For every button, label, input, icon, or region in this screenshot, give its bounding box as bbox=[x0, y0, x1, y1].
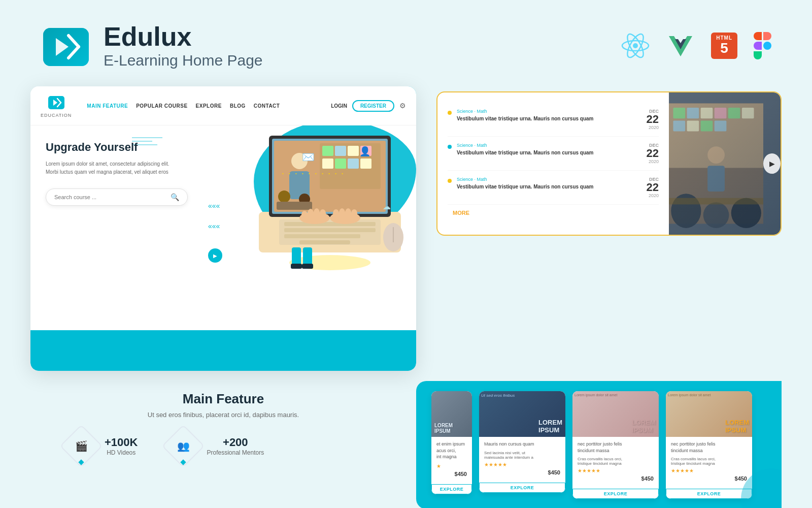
course-price-row-3: $450 bbox=[578, 475, 654, 482]
svg-rect-51 bbox=[292, 247, 301, 265]
browser-mockup: EDUCATION MAIN FEATURE POPULAR COURSE EX… bbox=[30, 86, 416, 371]
explore-button-3[interactable]: EXPLORE bbox=[572, 489, 659, 499]
stat-mentors: 👥 +200 Professional Mentors bbox=[168, 431, 264, 461]
course-card-4: Lorem ipsum dolor sit amet LOREMIPSUM ne… bbox=[666, 391, 752, 499]
course-badge-3: LOREMIPSUM bbox=[632, 419, 656, 434]
course-price-3: $450 bbox=[641, 475, 654, 482]
course-subdesc-2: Sed lacinia nisi velit, utmalesuada ante… bbox=[484, 451, 560, 460]
course-stars-2: ★★★★★ bbox=[484, 462, 560, 467]
search-icon[interactable]: 🔍 bbox=[171, 193, 179, 201]
course-label-2: Ut sed eros finibus bbox=[481, 393, 563, 398]
search-bar[interactable]: 🔍 bbox=[46, 188, 188, 206]
svg-rect-21 bbox=[335, 146, 346, 156]
news-title: Vestibulum vitae tristique urna. Mauris … bbox=[457, 149, 628, 156]
chevron-left-icon: ««« bbox=[208, 202, 220, 210]
video-icon: 🎬 bbox=[75, 440, 88, 452]
course-card-body-1: et enim ipsumacus orci,int magna ★ $450 bbox=[431, 437, 472, 481]
browser-nav: EDUCATION MAIN FEATURE POPULAR COURSE EX… bbox=[30, 86, 416, 125]
news-more-link[interactable]: MORE bbox=[448, 205, 659, 216]
course-price-4: $450 bbox=[735, 475, 747, 482]
svg-point-49 bbox=[351, 209, 357, 217]
envelope-icon: ✉️ bbox=[302, 151, 315, 163]
course-price-row-4: $450 bbox=[671, 475, 747, 482]
dots-decoration: • • • • • • • • • • bbox=[282, 171, 345, 176]
svg-point-47 bbox=[339, 208, 345, 217]
course-price-row-2: $450 bbox=[484, 469, 560, 475]
svg-point-45 bbox=[320, 209, 326, 217]
news-list: Science · Math Vestibulum vitae tristiqu… bbox=[437, 92, 669, 235]
news-date: DEC 22 2020 bbox=[633, 143, 659, 164]
course-stars-1: ★ bbox=[436, 463, 467, 469]
course-card-body-3: nec porttitor justo felistincidunt massa… bbox=[572, 437, 659, 486]
svg-rect-26 bbox=[348, 158, 359, 169]
figma-icon bbox=[754, 32, 771, 59]
svg-rect-54 bbox=[302, 264, 313, 269]
svg-point-44 bbox=[314, 208, 320, 217]
hero-content: Upgrade Yourself Lorem ipsum dolor sit a… bbox=[46, 141, 218, 206]
news-thumbnail: ▶ bbox=[669, 92, 781, 235]
svg-point-5 bbox=[633, 43, 638, 48]
course-card-partial: LOREMIPSUM et enim ipsumacus orci,int ma… bbox=[431, 391, 472, 494]
svg-rect-37 bbox=[299, 240, 350, 244]
react-icon bbox=[620, 30, 651, 61]
svg-point-43 bbox=[308, 209, 314, 218]
course-price-1: $450 bbox=[455, 471, 467, 477]
course-stars-3: ★★★★★ bbox=[578, 468, 654, 473]
stat-number: +100K bbox=[105, 436, 138, 449]
right-panel: Science · Math Vestibulum vitae tristiqu… bbox=[416, 86, 782, 371]
course-card-body-4: nec porttitor justo felistincidunt massa… bbox=[666, 437, 752, 486]
cloud-icon: ☁ bbox=[383, 202, 391, 211]
svg-rect-27 bbox=[360, 158, 371, 169]
explore-button-1[interactable]: EXPLORE bbox=[431, 484, 472, 494]
hero-body: Lorem ipsum dolor sit amet, consectetur … bbox=[46, 160, 218, 176]
nav-actions: LOGIN REGISTER ⚙ bbox=[331, 100, 406, 112]
main-feature-title: Main Feature bbox=[51, 391, 396, 407]
brand-area: Edulux E-Learning Home Page bbox=[41, 20, 263, 71]
stat-text-2: +200 Professional Mentors bbox=[207, 436, 264, 456]
nav-blog[interactable]: BLOG bbox=[230, 103, 246, 109]
nav-popular-course[interactable]: POPULAR COURSE bbox=[136, 103, 187, 109]
hero-illustration: ✉️ 👤 • • • • • • • • • • ☁ ««« ««« bbox=[203, 120, 416, 303]
brand-subtitle: E-Learning Home Page bbox=[104, 52, 263, 69]
course-cards-section: LOREMIPSUM et enim ipsumacus orci,int ma… bbox=[416, 381, 782, 508]
news-content: Science · Math Vestibulum vitae tristiqu… bbox=[457, 109, 628, 122]
main-content: EDUCATION MAIN FEATURE POPULAR COURSE EX… bbox=[0, 81, 812, 371]
svg-rect-53 bbox=[291, 264, 302, 269]
news-category: Science · Math bbox=[457, 177, 628, 182]
nav-contact[interactable]: CONTACT bbox=[254, 103, 280, 109]
bottom-section: Main Feature Ut sed eros finibus, placer… bbox=[0, 381, 812, 508]
course-desc-4: nec porttitor justo felistincidunt massa bbox=[671, 441, 747, 454]
course-card-3: Lorem ipsum dolor sit amet LOREMIPSUM ne… bbox=[572, 391, 659, 499]
stat-number-2: +200 bbox=[207, 436, 264, 449]
news-date: DEC 22 2020 bbox=[633, 109, 659, 130]
course-desc-3: nec porttitor justo felistincidunt massa bbox=[578, 441, 654, 454]
register-button[interactable]: REGISTER bbox=[352, 100, 394, 112]
nav-explore[interactable]: EXPLORE bbox=[196, 103, 222, 109]
news-title: Vestibulum vitae tristique urna. Mauris … bbox=[457, 183, 628, 190]
news-dot-icon bbox=[448, 111, 452, 115]
explore-button-4[interactable]: EXPLORE bbox=[666, 489, 752, 499]
nav-main-feature[interactable]: MAIN FEATURE bbox=[87, 103, 128, 109]
login-button[interactable]: LOGIN bbox=[331, 103, 347, 109]
search-input[interactable] bbox=[54, 194, 166, 200]
settings-icon[interactable]: ⚙ bbox=[399, 102, 406, 110]
svg-rect-36 bbox=[284, 234, 360, 238]
svg-point-30 bbox=[278, 190, 290, 203]
browser-hero: Upgrade Yourself Lorem ipsum dolor sit a… bbox=[30, 125, 416, 329]
browser-bottom-teal bbox=[30, 330, 416, 371]
news-content: Science · Math Vestibulum vitae tristiqu… bbox=[457, 177, 628, 190]
user-icon: 👤 bbox=[359, 146, 370, 157]
news-item: Science · Math Vestibulum vitae tristiqu… bbox=[448, 171, 659, 205]
news-item: Science · Math Vestibulum vitae tristiqu… bbox=[448, 137, 659, 171]
play-button[interactable]: ▶ bbox=[208, 248, 222, 263]
course-stars-4: ★★★★★ bbox=[671, 468, 747, 473]
course-badge-4: LOREMIPSUM bbox=[725, 419, 749, 434]
explore-button-2[interactable]: EXPLORE bbox=[479, 483, 565, 493]
stat-label: HD Videos bbox=[105, 449, 138, 456]
course-card-body-2: Mauris non cursus quam Sed lacinia nisi … bbox=[479, 437, 565, 480]
course-badge-2: LOREMIPSUM bbox=[538, 419, 562, 434]
news-dot-icon bbox=[448, 179, 452, 183]
top-header: Edulux E-Learning Home Page HTML 5 bbox=[0, 0, 812, 81]
thumbnail-play-button[interactable]: ▶ bbox=[763, 153, 781, 174]
course-label-3: Lorem ipsum dolor sit amet bbox=[574, 393, 657, 397]
